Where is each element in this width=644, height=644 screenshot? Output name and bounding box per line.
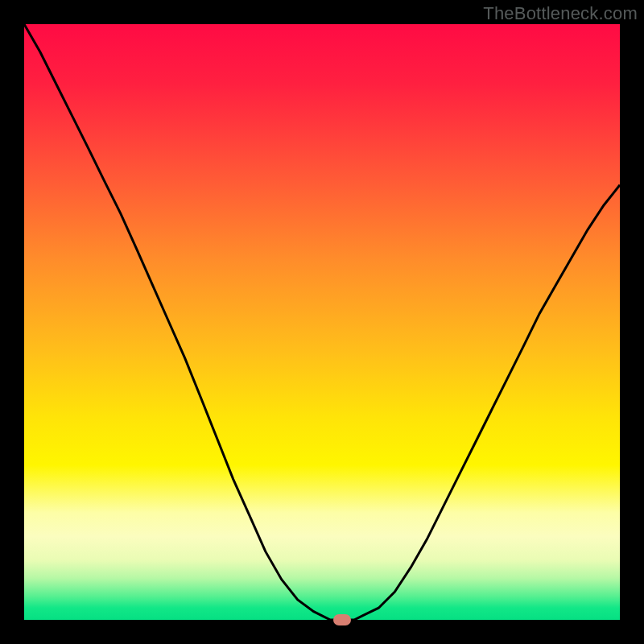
- gradient-plot-area: [24, 24, 620, 620]
- chart-frame: TheBottleneck.com: [0, 0, 644, 644]
- watermark-text: TheBottleneck.com: [483, 3, 638, 24]
